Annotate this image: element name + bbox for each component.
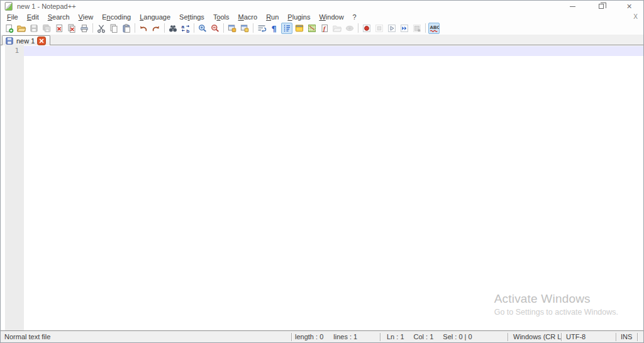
print-icon bbox=[79, 23, 89, 33]
run-macro-multiple-icon bbox=[399, 23, 409, 33]
toolbar-button-open-file[interactable] bbox=[16, 23, 27, 34]
toolbar-button-find[interactable] bbox=[167, 23, 179, 34]
close-icon bbox=[54, 23, 64, 33]
toolbar-button-zoom-out[interactable] bbox=[209, 23, 221, 34]
play-macro-icon bbox=[387, 23, 397, 33]
line-number-gutter: 1 bbox=[5, 45, 24, 330]
toolbar-button-user-defined-dialog[interactable] bbox=[294, 23, 305, 34]
menu-item-plugins[interactable]: Plugins bbox=[283, 13, 314, 21]
menu-item-encoding[interactable]: Encoding bbox=[97, 13, 135, 21]
text-area[interactable] bbox=[24, 45, 643, 330]
toolbar-button-zoom-in[interactable] bbox=[197, 23, 208, 34]
status-length: length : 0 bbox=[295, 333, 323, 340]
find-icon bbox=[168, 23, 178, 33]
window-title: new 1 - Notepad++ bbox=[17, 3, 76, 10]
status-line: Ln : 1 bbox=[387, 333, 404, 340]
minimize-button[interactable] bbox=[558, 1, 587, 12]
toolbar-button-paste[interactable] bbox=[121, 23, 132, 34]
menu-item-view[interactable]: View bbox=[74, 13, 98, 21]
notepadpp-logo-icon bbox=[4, 1, 14, 11]
status-column: Col : 1 bbox=[414, 333, 434, 340]
tab-close-icon[interactable] bbox=[36, 36, 47, 46]
menu-item-window[interactable]: Window bbox=[314, 13, 348, 21]
toolbar-button-print[interactable] bbox=[79, 23, 90, 34]
toolbar-button-stop-macro bbox=[374, 23, 385, 34]
menu-item-search[interactable]: Search bbox=[43, 13, 74, 21]
menu-item-help[interactable]: ? bbox=[348, 13, 361, 21]
spell-check-icon: ABC bbox=[429, 23, 439, 33]
restore-button[interactable] bbox=[587, 1, 615, 12]
menu-bar: FileEditSearchViewEncodingLanguageSettin… bbox=[1, 12, 643, 21]
stop-macro-icon bbox=[374, 23, 384, 33]
status-encoding[interactable]: UTF-8 bbox=[562, 331, 616, 342]
toolbar-button-indent-guide[interactable] bbox=[281, 23, 292, 34]
toolbar-separator bbox=[92, 23, 93, 33]
editor-area[interactable]: 1 Activate Windows Go to Settings to act… bbox=[1, 45, 643, 331]
menu-item-macro[interactable]: Macro bbox=[234, 13, 262, 21]
menu-item-edit[interactable]: Edit bbox=[23, 13, 43, 21]
new-file-icon bbox=[4, 23, 14, 33]
show-all-characters-icon: ¶ bbox=[269, 23, 279, 33]
copy-icon bbox=[109, 23, 119, 33]
toolbar-button-folder-as-workspace bbox=[331, 23, 343, 34]
toolbar-button-monitoring bbox=[344, 23, 355, 34]
paste-icon bbox=[121, 23, 131, 33]
notepadpp-window: new 1 - Notepad++ × FileEditSearchViewEn… bbox=[0, 0, 644, 343]
title-bar: new 1 - Notepad++ × bbox=[1, 1, 643, 12]
sync-horizontal-icon bbox=[240, 23, 250, 33]
toolbar-button-cut[interactable] bbox=[96, 23, 107, 34]
close-button[interactable]: × bbox=[615, 1, 643, 12]
tab-saved-file-icon bbox=[4, 36, 14, 46]
user-defined-dialog-icon bbox=[294, 23, 304, 33]
toolbar-button-function-list[interactable]: f bbox=[319, 23, 330, 34]
indent-guide-icon bbox=[282, 23, 292, 33]
undo-icon bbox=[138, 23, 148, 33]
toolbar-button-redo[interactable] bbox=[150, 23, 162, 34]
toolbar-button-copy[interactable] bbox=[108, 23, 119, 34]
toolbar-button-run-macro-multiple[interactable] bbox=[399, 23, 410, 34]
toolbar-separator bbox=[223, 23, 224, 33]
restore-icon bbox=[599, 4, 604, 9]
status-position-section: Ln : 1 Col : 1 Sel : 0 | 0 bbox=[380, 331, 508, 342]
menu-item-settings[interactable]: Settings bbox=[175, 13, 209, 21]
status-doc-type: Normal text file bbox=[1, 331, 291, 342]
cut-icon bbox=[96, 23, 106, 33]
replace-icon: ab bbox=[180, 23, 191, 33]
word-wrap-icon bbox=[257, 23, 267, 33]
current-line-highlight bbox=[24, 46, 643, 56]
menu-item-file[interactable]: File bbox=[3, 13, 23, 21]
menu-item-tools[interactable]: Tools bbox=[209, 13, 234, 21]
close-document-x-button[interactable]: X bbox=[633, 13, 643, 20]
toolbar-separator bbox=[358, 23, 358, 33]
toolbar: ab¶fABC bbox=[1, 21, 643, 35]
svg-text:a: a bbox=[182, 24, 185, 30]
zoom-in-icon bbox=[197, 23, 208, 33]
tab-label: new 1 bbox=[16, 37, 35, 45]
minimize-icon bbox=[570, 6, 575, 7]
toolbar-separator bbox=[194, 23, 194, 33]
status-insert-mode[interactable]: INS bbox=[616, 331, 637, 342]
toolbar-button-word-wrap[interactable] bbox=[256, 23, 267, 34]
toolbar-button-replace[interactable]: ab bbox=[180, 23, 191, 34]
toolbar-button-close-all[interactable] bbox=[66, 23, 77, 34]
toolbar-separator bbox=[425, 23, 426, 33]
svg-text:¶: ¶ bbox=[271, 24, 276, 33]
toolbar-button-undo[interactable] bbox=[138, 23, 149, 34]
toolbar-button-show-all-characters[interactable]: ¶ bbox=[269, 23, 280, 34]
menu-item-language[interactable]: Language bbox=[135, 13, 175, 21]
toolbar-button-sync-horizontal[interactable] bbox=[239, 23, 250, 34]
line-number: 1 bbox=[5, 46, 19, 56]
toolbar-button-document-map[interactable] bbox=[306, 23, 318, 34]
svg-text:b: b bbox=[186, 28, 189, 33]
toolbar-button-spell-check[interactable]: ABC bbox=[428, 23, 440, 34]
status-eol-format[interactable]: Windows (CR LF) bbox=[508, 331, 561, 342]
status-separator bbox=[637, 333, 638, 341]
tab-new-1[interactable]: new 1 bbox=[2, 35, 50, 45]
window-controls: × bbox=[558, 1, 643, 12]
toolbar-button-sync-vertical[interactable] bbox=[226, 23, 238, 34]
menu-item-run[interactable]: Run bbox=[262, 13, 283, 21]
toolbar-button-record-macro[interactable] bbox=[361, 23, 372, 34]
toolbar-button-new-file[interactable] bbox=[3, 23, 14, 34]
toolbar-button-play-macro[interactable] bbox=[386, 23, 397, 34]
toolbar-button-close[interactable] bbox=[53, 23, 65, 34]
